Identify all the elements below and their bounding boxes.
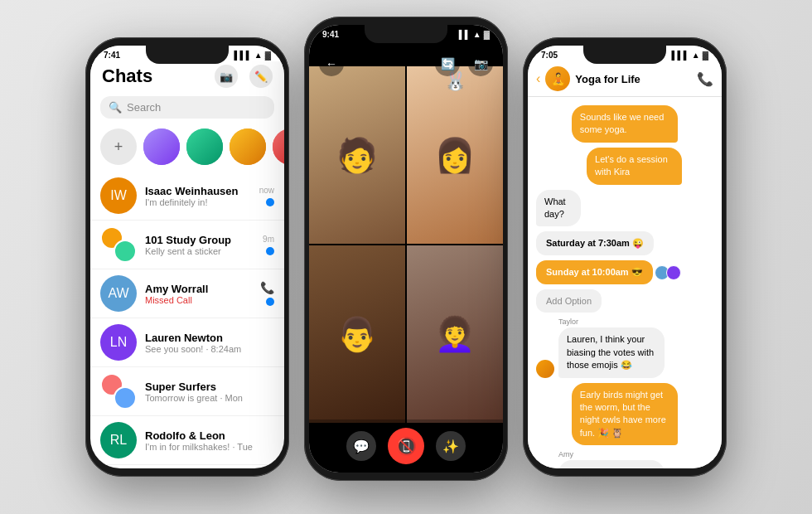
search-placeholder: Search xyxy=(127,101,161,114)
chat-content-amy: Amy Worrall Missed Call xyxy=(145,283,252,305)
phone-video: 9:41 ▌▌ ▲ ▓ ← 🔄 xyxy=(304,17,508,481)
chat-content-study-group: 101 Study Group Kelly sent a sticker xyxy=(145,234,254,256)
message-icon: 💬 xyxy=(353,439,370,454)
chat-preview-isaac: I'm definitely in! xyxy=(145,197,251,207)
end-call-button[interactable]: 📵 xyxy=(388,428,424,464)
chat-content-lauren: Lauren Newton See you soon! · 8:24am xyxy=(145,332,274,354)
signal-icon: ▌▌▌ xyxy=(234,51,252,60)
unread-dot-study-group xyxy=(266,247,274,255)
chat-item-rodolfo[interactable]: RL Rodolfo & Leon I'm in for milkshakes!… xyxy=(90,416,284,465)
story-avatar-1[interactable] xyxy=(143,128,180,165)
status-icons-2: ▌▌ ▲ ▓ xyxy=(459,30,490,39)
vote-avatar-2 xyxy=(666,265,681,280)
video-screen: 9:41 ▌▌ ▲ ▓ ← 🔄 xyxy=(309,25,503,473)
avatar-isaac: IW xyxy=(100,177,137,214)
chat-preview-surfers: Tomorrow is great · Mon xyxy=(145,393,274,403)
battery-icon: ▓ xyxy=(265,51,271,60)
end-call-icon: 📵 xyxy=(396,436,417,456)
chat-item-lauren[interactable]: LN Lauren Newton See you soon! · 8:24am xyxy=(90,318,284,367)
wifi-icon-3: ▲ xyxy=(692,51,700,60)
back-icon: ← xyxy=(326,57,337,70)
chat-content-surfers: Super Surfers Tomorrow is great · Mon xyxy=(145,381,274,403)
poll-option-sunday[interactable]: Sunday at 10:00am 😎 xyxy=(536,260,681,284)
message-button[interactable]: 💬 xyxy=(346,431,376,461)
status-icons-3: ▌▌▌ ▲ ▓ xyxy=(672,51,708,60)
avatar-super-surfers xyxy=(100,373,137,410)
camera-button[interactable]: 📷 xyxy=(215,65,238,88)
poll-option-saturday[interactable]: Saturday at 7:30am 😜 xyxy=(536,231,654,255)
chat-preview-rodolfo: I'm in for milkshakes! · Tue xyxy=(145,442,274,452)
phone-chats: 7:41 ▌▌▌ ▲ ▓ Chats 📷 ✏️ xyxy=(85,37,289,477)
call-button-3[interactable]: 📞 xyxy=(697,71,713,87)
time-1: 7:41 xyxy=(104,51,120,60)
camera-icon: 📷 xyxy=(220,70,233,83)
search-bar[interactable]: 🔍 Search xyxy=(100,96,274,119)
video-top-bar: ← 🔄 📷 xyxy=(309,48,503,80)
effects-icon: ✨ xyxy=(442,439,459,454)
back-video-button[interactable]: ← xyxy=(319,51,344,76)
add-story-button[interactable]: + xyxy=(100,128,137,165)
story-row: + xyxy=(90,122,284,172)
chat-name-amy: Amy Worrall xyxy=(145,283,252,295)
chat-meta-amy: 📞 xyxy=(260,281,274,306)
avatar-taylor xyxy=(536,360,554,378)
search-icon: 🔍 xyxy=(109,101,122,114)
add-option-button[interactable]: Add Option xyxy=(536,289,602,313)
effects-button[interactable]: ✨ xyxy=(436,431,466,461)
story-avatar-4[interactable] xyxy=(273,128,284,165)
chat-item-study-group[interactable]: 101 Study Group Kelly sent a sticker 9m xyxy=(90,221,284,269)
chat-meta-study-group: 9m xyxy=(263,235,274,255)
msg-sent-3: Early birds might get the worm, but the … xyxy=(572,383,713,446)
avatar-amy: AW xyxy=(100,275,137,312)
video-cell-3: 👨 xyxy=(309,245,405,423)
group-chat-header: ‹ 🧘 Yoga for Life 📞 xyxy=(528,61,722,97)
flip-camera-button[interactable]: 🔄 xyxy=(435,51,460,76)
msg-received-1: What day? xyxy=(536,190,597,227)
story-avatar-3[interactable] xyxy=(230,128,266,165)
status-bar-2: 9:41 ▌▌ ▲ ▓ xyxy=(309,25,503,41)
phone-1-screen: 7:41 ▌▌▌ ▲ ▓ Chats 📷 ✏️ xyxy=(90,46,284,468)
time-2: 9:41 xyxy=(322,30,339,39)
chat-list: IW Isaac Weinhausen I'm definitely in! n… xyxy=(90,172,284,468)
chats-header-icons: 📷 ✏️ xyxy=(215,65,273,88)
battery-icon-2: ▓ xyxy=(484,30,490,39)
chat-name-lauren: Lauren Newton xyxy=(145,332,274,344)
phone-groupchat: 7:05 ▌▌▌ ▲ ▓ ‹ 🧘 Yoga for Life 📞 xyxy=(523,37,727,477)
chat-preview-amy: Missed Call xyxy=(145,295,252,305)
time-3: 7:05 xyxy=(541,51,558,60)
chat-item-isaac[interactable]: IW Isaac Weinhausen I'm definitely in! n… xyxy=(90,172,284,221)
chat-preview-lauren: See you soon! · 8:24am xyxy=(145,344,274,354)
chats-header: Chats 📷 ✏️ xyxy=(90,61,284,93)
flip-icon: 🔄 xyxy=(441,57,455,70)
chat-name-isaac: Isaac Weinhausen xyxy=(145,185,251,197)
status-icons-1: ▌▌▌ ▲ ▓ xyxy=(234,51,271,60)
sender-amy: Amy xyxy=(558,450,678,458)
poll-votes xyxy=(658,265,681,280)
chat-content-rodolfo: Rodolfo & Leon I'm in for milkshakes! · … xyxy=(145,429,274,452)
group-title: Yoga for Life xyxy=(575,73,692,85)
signal-icon-3: ▌▌▌ xyxy=(672,51,689,60)
video-grid: 🧑 👩 🐰 👨 👩‍🦱 xyxy=(309,25,503,423)
video-cell-4: 👩‍🦱 xyxy=(407,245,503,423)
phones-container: 7:41 ▌▌▌ ▲ ▓ Chats 📷 ✏️ xyxy=(0,0,812,514)
back-button-3[interactable]: ‹ xyxy=(536,71,540,86)
unread-dot-amy xyxy=(266,298,274,306)
chat-time-study-group: 9m xyxy=(263,235,274,244)
story-avatar-2[interactable] xyxy=(186,128,223,165)
video-controls: 💬 📵 ✨ xyxy=(309,419,503,473)
video-camera-button[interactable]: 📷 xyxy=(468,51,493,76)
edit-button[interactable]: ✏️ xyxy=(249,65,273,88)
chat-name-surfers: Super Surfers xyxy=(145,381,274,393)
taylor-message: Taylor Lauren, I think your biasing the … xyxy=(536,318,678,377)
notch-3 xyxy=(583,46,666,64)
phone-icon-amy: 📞 xyxy=(260,281,274,294)
chat-item-kerry[interactable]: KL Kerry Lakin xyxy=(90,465,284,468)
chat-item-amy[interactable]: AW Amy Worrall Missed Call 📞 xyxy=(90,269,284,318)
battery-icon-3: ▓ xyxy=(703,51,708,60)
chat-item-surfers[interactable]: Super Surfers Tomorrow is great · Mon xyxy=(90,367,284,416)
chat-time-isaac: now xyxy=(259,186,274,195)
messages-area: Sounds like we need some yoga. Let's do … xyxy=(528,97,722,468)
msg-sent-2: Let's do a session with Kira xyxy=(587,148,713,185)
video-cell-1: 🧑 xyxy=(309,66,405,244)
sender-taylor: Taylor xyxy=(558,318,678,326)
